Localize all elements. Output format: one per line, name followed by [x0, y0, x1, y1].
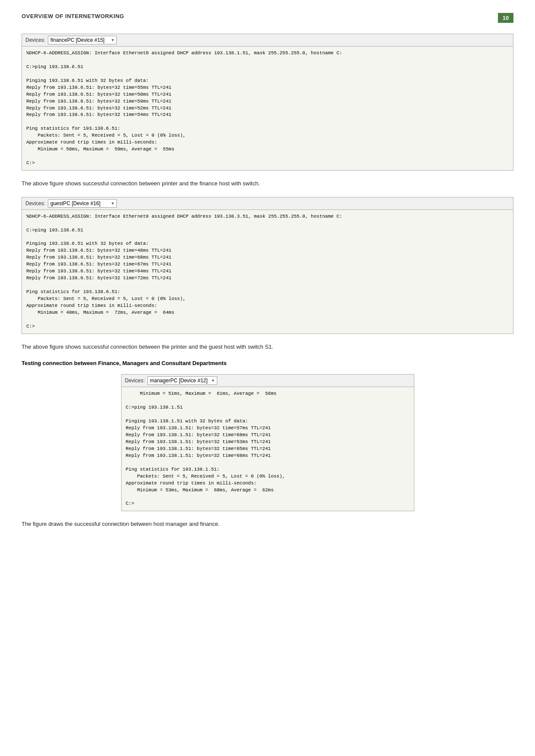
terminal-2: Devices: guestPC [Device #16] %DHCP-6-AD…	[22, 197, 513, 334]
terminal-3: Devices: managerPC [Device #12] Minimum …	[121, 374, 414, 511]
terminal-1-select-wrapper[interactable]: financePC [Device #15]	[48, 36, 117, 44]
terminal-2-body: %DHCP-6-ADDRESS_ASSIGN: Interface Ethern…	[22, 210, 513, 334]
terminal-3-device-label: Devices:	[125, 378, 145, 384]
terminal-3-device-select[interactable]: managerPC [Device #12]	[147, 376, 217, 385]
page-header: OVERVIEW OF INTERNETWORKING 10	[22, 13, 513, 23]
page-number: 10	[498, 13, 513, 23]
terminal-1-toolbar: Devices: financePC [Device #15]	[22, 34, 513, 47]
terminal-2-device-select[interactable]: guestPC [Device #16]	[48, 199, 117, 208]
terminal-3-body: Minimum = 51ms, Maximum = 61ms, Average …	[122, 387, 414, 511]
description-2: The above figure shows successful connec…	[22, 343, 513, 352]
terminal-1-device-label: Devices:	[25, 37, 45, 43]
page-title: OVERVIEW OF INTERNETWORKING	[22, 13, 124, 19]
terminal-1-device-select[interactable]: financePC [Device #15]	[48, 36, 117, 44]
terminal-3-toolbar: Devices: managerPC [Device #12]	[122, 375, 414, 387]
terminal-3-select-wrapper[interactable]: managerPC [Device #12]	[147, 376, 217, 385]
section-heading: Testing connection between Finance, Mana…	[22, 360, 513, 366]
terminal-1: Devices: financePC [Device #15] %DHCP-6-…	[22, 34, 513, 171]
terminal-2-select-wrapper[interactable]: guestPC [Device #16]	[48, 199, 117, 208]
terminal-2-toolbar: Devices: guestPC [Device #16]	[22, 197, 513, 210]
description-1: The above figure shows successful connec…	[22, 179, 513, 188]
terminal-1-body: %DHCP-6-ADDRESS_ASSIGN: Interface Ethern…	[22, 47, 513, 170]
description-3: The figure draws the successful connecti…	[22, 520, 513, 529]
terminal-2-device-label: Devices:	[25, 200, 45, 206]
